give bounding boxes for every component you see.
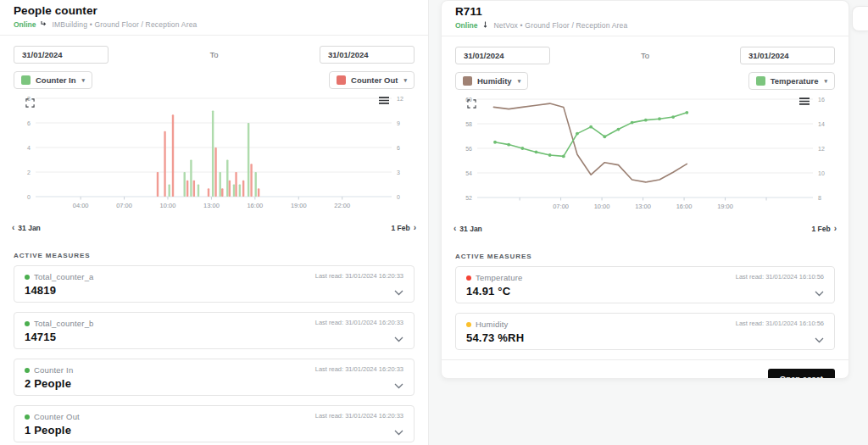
next-day-button[interactable]: 1 Feb › <box>811 225 837 233</box>
temperature-point <box>603 135 606 138</box>
prev-day-button[interactable]: ‹ 31 Jan <box>12 224 41 232</box>
prev-day-button[interactable]: ‹ 31 Jan <box>453 225 482 233</box>
series-selector-temperature[interactable]: Temperature ▾ <box>748 72 835 90</box>
chevron-down-icon: ▾ <box>518 78 521 85</box>
bar-out <box>214 147 216 197</box>
chevron-down-icon: ▾ <box>824 78 827 85</box>
chevron-down-icon[interactable] <box>815 291 824 297</box>
bar-out <box>208 188 209 197</box>
bar-in <box>169 185 170 197</box>
date-from-input[interactable]: 31/01/2024 <box>14 46 108 64</box>
page-title: People counter <box>14 4 415 18</box>
temperature-point <box>658 117 661 120</box>
bar-in <box>212 111 214 197</box>
measure-meta: Last read: 31/01/2024 16:10:56 <box>736 273 824 298</box>
series-label: Counter Out <box>351 75 398 85</box>
measure-last-read: Last read: 31/01/2024 16:20:33 <box>315 365 403 373</box>
active-measures-label: ACTIVE MEASURES <box>14 252 415 259</box>
measure-card-list: Temperature14.91 °CLast read: 31/01/2024… <box>455 266 835 350</box>
date-to-input[interactable]: 31/01/2024 <box>740 47 835 64</box>
x-axis-tick-label: 10:00 <box>594 203 610 210</box>
breadcrumb: IMBuilding • Ground Floor / Reception Ar… <box>52 20 197 29</box>
measure-info: Total_counter_b14715 <box>25 319 94 343</box>
chevron-down-icon: ▾ <box>82 77 86 84</box>
overflow-card-edge <box>852 6 868 31</box>
chevron-down-icon[interactable] <box>394 430 403 436</box>
measure-meta: Last read: 31/01/2024 16:20:33 <box>315 272 403 297</box>
chevron-down-icon[interactable] <box>815 337 824 343</box>
measure-meta: Last read: 31/01/2024 16:20:33 <box>315 365 403 390</box>
temperature-point <box>631 121 634 125</box>
bar-in <box>233 185 235 197</box>
bar-in <box>198 185 199 197</box>
active-measures-section: ACTIVE MEASURES Total_counter_a14819Last… <box>0 233 428 442</box>
measure-name: Counter Out <box>34 412 80 421</box>
measure-status-dot <box>25 275 30 280</box>
measure-status-dot <box>466 322 471 327</box>
chevron-right-icon: › <box>414 225 416 231</box>
right-axis-tick-label: 10 <box>818 170 825 176</box>
chart-menu-button[interactable] <box>377 95 391 106</box>
right-axis-tick-label: 12 <box>397 96 403 102</box>
chevron-down-icon[interactable] <box>394 383 403 389</box>
date-to-input[interactable]: 31/01/2024 <box>320 46 415 64</box>
chevron-down-icon[interactable] <box>394 337 403 342</box>
panel-header: R711 Online NetVox • Ground Floor / Rece… <box>442 1 849 30</box>
bar-out <box>221 188 223 197</box>
right-axis-tick-label: 3 <box>397 170 400 175</box>
fullscreen-button[interactable] <box>465 97 478 110</box>
measure-status-dot <box>25 414 30 420</box>
measure-last-read: Last read: 31/01/2024 16:20:33 <box>315 272 403 280</box>
measure-last-read: Last read: 31/01/2024 16:20:33 <box>315 412 403 420</box>
bar-chart-canvas[interactable]: 0023466981204:0007:0010:0013:0016:0019:0… <box>14 92 415 219</box>
asset-panel-people-counter: People counter Online IMBuilding • Groun… <box>0 0 429 445</box>
x-axis-tick-label: 10:00 <box>160 202 176 209</box>
measure-card[interactable]: Total_counter_a14819Last read: 31/01/202… <box>14 265 415 303</box>
open-asset-button[interactable]: Open asset <box>768 369 835 379</box>
series-color-swatch <box>756 76 765 86</box>
chart-menu-button[interactable] <box>798 96 811 107</box>
measure-card[interactable]: Humidity54.73 %RHLast read: 31/01/2024 1… <box>455 313 835 350</box>
measure-card[interactable]: Counter Out1 PeopleLast read: 31/01/2024… <box>14 405 415 442</box>
panel-footer: Open asset <box>442 360 849 379</box>
measure-value: 2 People <box>25 377 73 390</box>
temperature-point <box>562 155 565 159</box>
x-axis-tick-label: 16:00 <box>676 203 693 210</box>
right-axis-tick-label: 16 <box>818 97 825 103</box>
measure-card-list: Total_counter_a14819Last read: 31/01/202… <box>14 265 415 442</box>
series-selector-humidity[interactable]: Humidity ▾ <box>455 72 528 90</box>
fullscreen-button[interactable] <box>24 97 36 109</box>
next-day-label: 1 Feb <box>391 224 409 232</box>
chevron-left-icon: ‹ <box>12 225 14 231</box>
left-axis-tick-label: 52 <box>465 195 472 201</box>
bar-out <box>186 181 188 197</box>
series-selector-counter-out[interactable]: Counter Out ▾ <box>329 71 415 89</box>
chevron-down-icon[interactable] <box>394 290 403 296</box>
line-chart-canvas[interactable]: 528541056125814601607:0010:0013:0016:001… <box>455 92 837 220</box>
series-label: Temperature <box>771 76 819 86</box>
left-axis-tick-label: 0 <box>27 194 31 200</box>
bar-in <box>255 172 257 197</box>
date-from-input[interactable]: 31/01/2024 <box>455 47 550 64</box>
measure-name: Humidity <box>476 320 509 329</box>
measure-status-dot <box>466 275 471 281</box>
line-chart: 528541056125814601607:0010:0013:0016:001… <box>455 92 835 223</box>
measure-value: 14715 <box>25 331 94 343</box>
x-axis-tick-label: 22:00 <box>334 202 350 209</box>
x-axis-tick-label: 13:00 <box>635 203 651 210</box>
people-counter-device-icon <box>40 20 47 28</box>
left-axis-tick-label: 56 <box>465 146 472 152</box>
active-measures-section: ACTIVE MEASURES Temperature14.91 °CLast … <box>442 234 849 350</box>
measure-info: Temperature14.91 °C <box>466 273 523 298</box>
x-axis-tick-label: 13:00 <box>203 202 220 209</box>
measure-card[interactable]: Temperature14.91 °CLast read: 31/01/2024… <box>455 266 835 303</box>
dashboard-page: People counter Online IMBuilding • Groun… <box>0 0 868 445</box>
next-day-button[interactable]: 1 Feb › <box>391 224 416 232</box>
chevron-right-icon: › <box>834 225 837 232</box>
measure-value: 54.73 %RH <box>466 331 524 344</box>
series-selector-counter-in[interactable]: Counter In ▾ <box>14 71 92 89</box>
temperature-point <box>589 125 593 129</box>
x-axis-tick-label: 16:00 <box>247 202 263 209</box>
measure-card[interactable]: Total_counter_b14715Last read: 31/01/202… <box>14 312 415 349</box>
measure-card[interactable]: Counter In2 PeopleLast read: 31/01/2024 … <box>14 359 415 396</box>
